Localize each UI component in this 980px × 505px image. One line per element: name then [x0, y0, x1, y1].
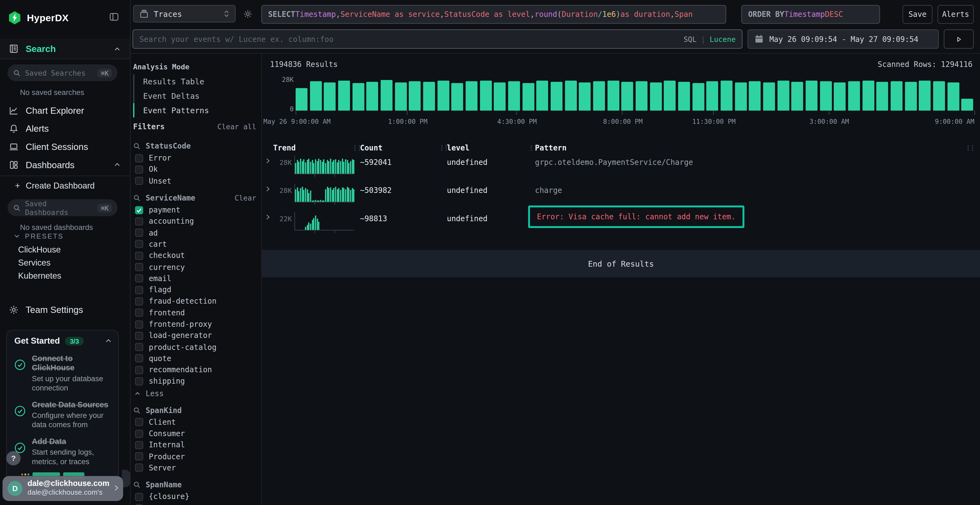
checkbox[interactable]	[135, 252, 143, 260]
checkbox[interactable]	[135, 165, 143, 173]
sidebar-item-team-settings[interactable]: Team Settings	[0, 300, 130, 319]
sidebar-item-search[interactable]: Search	[0, 39, 130, 59]
collapse-sidebar-icon[interactable]	[109, 12, 119, 22]
filter-group-header[interactable]: SpanKind	[133, 404, 258, 416]
filter-checkbox-closure[interactable]: {closure}	[133, 491, 258, 503]
checkbox[interactable]	[135, 354, 143, 363]
analysis-mode-item-results-table[interactable]: Results Table	[133, 74, 256, 89]
checkbox[interactable]	[135, 229, 143, 237]
run-query-button[interactable]	[944, 29, 974, 49]
sidebar-item-chart-explorer[interactable]: Chart Explorer	[0, 101, 130, 119]
checkbox[interactable]	[135, 418, 143, 426]
filter-checkbox-currency[interactable]: currency	[133, 262, 258, 273]
sidebar-item-client-sessions[interactable]: Client Sessions	[0, 137, 130, 156]
app-logo[interactable]: HyperDX	[8, 11, 68, 25]
filter-checkbox-load-generator[interactable]: load-generator	[133, 330, 258, 341]
checkbox[interactable]	[135, 218, 143, 226]
filter-group-header[interactable]: SpanName	[133, 479, 258, 491]
sidebar-item-alerts[interactable]: Alerts	[0, 119, 130, 138]
filter-checkbox-consumer[interactable]: Consumer	[133, 428, 258, 440]
filter-checkbox-server[interactable]: Server	[133, 462, 258, 474]
checkbox[interactable]	[135, 154, 143, 162]
filter-checkbox-accounting[interactable]: accounting	[133, 216, 258, 227]
pattern-text[interactable]: grpc.oteldemo.PaymentService/Charge	[535, 158, 693, 167]
filter-checkbox-checkout[interactable]: checkout	[133, 250, 258, 262]
filter-checkbox-flagd[interactable]: flagd	[133, 284, 258, 296]
help-button[interactable]: ?	[6, 451, 21, 465]
filter-checkbox-quote[interactable]: quote	[133, 353, 258, 364]
alerts-button[interactable]: Alerts	[937, 5, 974, 24]
checkbox[interactable]	[135, 297, 143, 306]
get-started-item-add-data[interactable]: Add DataStart sending logs, metrics, or …	[7, 432, 118, 469]
date-range-picker[interactable]: May 26 09:09:54 - May 27 09:09:54	[748, 29, 939, 49]
checkbox[interactable]	[135, 464, 143, 472]
lucene-mode-toggle[interactable]: Lucene	[710, 35, 735, 43]
sidebar-item-dashboards[interactable]: Dashboards	[0, 156, 130, 174]
save-button[interactable]: Save	[902, 5, 932, 24]
checkbox[interactable]	[135, 377, 143, 386]
order-by-editor[interactable]: ORDER BY Timestamp DESC	[741, 5, 880, 24]
clear-filter-button[interactable]: Clear	[235, 194, 256, 202]
checkbox[interactable]	[135, 366, 143, 374]
filter-checkbox-frontend[interactable]: frontend	[133, 307, 258, 319]
checkbox[interactable]	[135, 493, 143, 501]
checkbox[interactable]	[135, 343, 143, 351]
drag-handle-icon[interactable]: ⋮⋮	[439, 144, 447, 151]
filter-checkbox-frontend-proxy[interactable]: frontend-proxy	[133, 319, 258, 330]
column-header-trend[interactable]: Trend	[273, 144, 296, 152]
chevron-up-icon[interactable]	[105, 337, 112, 344]
checkbox[interactable]	[135, 504, 143, 505]
checkbox[interactable]	[135, 263, 143, 271]
clear-all-filters-button[interactable]: Clear all	[217, 122, 256, 131]
pattern-text[interactable]: charge	[535, 186, 562, 195]
checkbox[interactable]	[135, 275, 143, 283]
filter-checkbox-client[interactable]: Client	[133, 416, 258, 428]
column-header-pattern[interactable]: Pattern	[535, 144, 566, 152]
filter-checkbox-product-catalog[interactable]: product-catalog	[133, 341, 258, 353]
checkbox[interactable]	[135, 286, 143, 294]
saved-searches-input[interactable]: Saved Searches ⌘K	[8, 64, 118, 81]
table-menu-icon[interactable]: ⋮⋮	[965, 144, 974, 151]
source-select[interactable]: Traces	[133, 5, 236, 22]
drag-handle-icon[interactable]: ⋮⋮	[352, 144, 361, 151]
checkbox[interactable]	[135, 240, 143, 248]
checkbox[interactable]	[135, 441, 143, 449]
checkbox[interactable]	[135, 332, 143, 340]
checkbox[interactable]	[135, 177, 143, 185]
sql-mode-toggle[interactable]: SQL	[684, 35, 697, 43]
filter-checkbox-payment[interactable]: payment	[133, 204, 258, 216]
saved-dashboards-input[interactable]: Saved Dashboards ⌘K	[8, 199, 118, 216]
filter-checkbox-producer[interactable]: Producer	[133, 451, 258, 462]
filter-checkbox-email[interactable]: email	[133, 273, 258, 284]
analysis-mode-item-event-deltas[interactable]: Event Deltas	[133, 89, 256, 103]
column-header-count[interactable]: Count	[360, 144, 382, 152]
checkbox[interactable]	[135, 320, 143, 329]
user-menu[interactable]: D dale@clickhouse.com dale@clickhouse.co…	[2, 476, 123, 501]
checkbox[interactable]	[135, 453, 143, 461]
analysis-mode-item-event-patterns[interactable]: Event Patterns	[133, 103, 256, 118]
source-settings-gear-icon[interactable]	[243, 9, 252, 19]
filter-checkbox-flagd-evaluation-v1-se[interactable]: /flagd.evaluation.v1.Se…	[133, 503, 258, 505]
sidebar-item-services[interactable]: Services	[18, 258, 51, 267]
chevron-up-icon[interactable]	[114, 45, 121, 52]
checkbox[interactable]	[135, 430, 143, 438]
filter-checkbox-error[interactable]: Error	[133, 152, 258, 164]
create-dashboard-button[interactable]: + Create Dashboard	[15, 181, 95, 191]
checkbox[interactable]	[135, 309, 143, 317]
filter-checkbox-shipping[interactable]: shipping	[133, 376, 258, 387]
filter-group-header[interactable]: StatusCode	[133, 140, 258, 152]
filter-checkbox-ok[interactable]: Ok	[133, 164, 258, 175]
filter-checkbox-unset[interactable]: Unset	[133, 175, 258, 187]
checkbox[interactable]	[135, 206, 143, 214]
search-input[interactable]: Search your events w/ Lucene ex. column:…	[132, 29, 743, 49]
presets-toggle[interactable]: PRESETS	[14, 232, 64, 240]
sidebar-expand-handle[interactable]	[122, 470, 130, 487]
filter-checkbox-fraud-detection[interactable]: fraud-detection	[133, 296, 258, 307]
highlighted-error-pattern[interactable]: Error: Visa cache full: cannot add new i…	[528, 205, 744, 228]
get-started-item-connect-to-clickhouse[interactable]: Connect to ClickHouseSet up your databas…	[7, 349, 118, 395]
filter-checkbox-internal[interactable]: Internal	[133, 440, 258, 451]
sidebar-item-clickhouse[interactable]: ClickHouse	[18, 245, 61, 254]
filter-checkbox-recommendation[interactable]: recommendation	[133, 364, 258, 376]
chevron-up-icon[interactable]	[114, 161, 121, 168]
filter-checkbox-ad[interactable]: ad	[133, 227, 258, 239]
